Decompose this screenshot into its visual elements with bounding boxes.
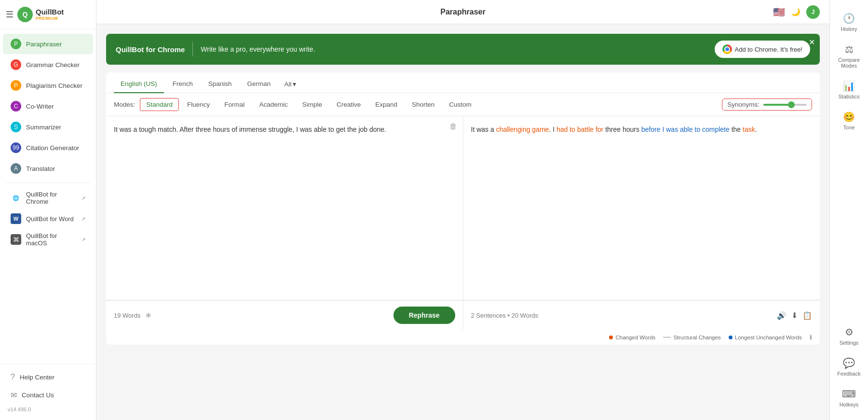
legend-changed-words: Changed Words [609, 335, 655, 340]
right-panel-tone[interactable]: 😊 Tone [833, 106, 866, 135]
lang-tab-spanish[interactable]: Spanish [202, 77, 239, 93]
macos-ext-icon: ⌘ [11, 234, 21, 245]
editor-area: 🗑 It was a tough match. After three hour… [106, 116, 820, 300]
compare-label: Compare Modes [836, 57, 863, 69]
sidebar-item-grammar[interactable]: G Grammar Checker [3, 55, 93, 75]
banner-close-button[interactable]: ✕ [809, 38, 815, 47]
mode-tab-academic[interactable]: Academic [253, 98, 294, 111]
clear-input-button[interactable]: 🗑 [449, 122, 457, 131]
sidebar: ☰ Q QuillBot PREMIUM P Paraphraser G Gra… [0, 0, 96, 420]
version-text: v14.496.0 [0, 405, 96, 414]
mode-tab-shorten[interactable]: Shorten [406, 98, 441, 111]
output-segment-unchanged-7[interactable]: before I was able to complete [641, 126, 730, 133]
lang-tab-all[interactable]: All ▾ [279, 77, 301, 93]
history-label: History [841, 26, 857, 32]
sidebar-item-paraphraser[interactable]: P Paraphraser [3, 34, 93, 54]
right-panel-feedback[interactable]: 💬 Feedback [833, 352, 866, 381]
sidebar-item-translator[interactable]: A Translator [3, 158, 93, 179]
mode-tab-simple[interactable]: Simple [296, 98, 328, 111]
hamburger-menu-icon[interactable]: ☰ [6, 9, 14, 20]
output-segment-changed-9[interactable]: task [743, 126, 755, 133]
help-icon: ? [11, 373, 15, 381]
lang-tab-german[interactable]: German [241, 77, 278, 93]
top-bar-right: 🇺🇸 🌙 J [773, 5, 820, 19]
statistics-icon: 📊 [843, 80, 855, 92]
right-panel-compare[interactable]: ⚖ Compare Modes [833, 39, 866, 73]
mode-tab-fluency[interactable]: Fluency [181, 98, 216, 111]
logo-premium-badge: PREMIUM [36, 16, 64, 21]
right-panel: 🕐 History ⚖ Compare Modes 📊 Statistics 😊… [829, 0, 868, 420]
editor-bottom-area: 19 Words ✳ Rephrase 2 Sentences • 20 Wor… [106, 300, 820, 330]
external-link-icon: ↗ [81, 196, 85, 201]
banner-description: Write like a pro, everywhere you write. [201, 45, 706, 53]
sidebar-item-plagiarism[interactable]: P Plagiarism Checker [3, 75, 93, 96]
output-segment-0: It was a [471, 126, 496, 133]
sidebar-item-cowriter[interactable]: C Co-Writer [3, 96, 93, 116]
sidebar-item-plagiarism-label: Plagiarism Checker [26, 82, 82, 89]
statistics-label: Statistics [838, 94, 859, 99]
mode-tab-standard[interactable]: Standard [140, 98, 179, 111]
main-content: Paraphraser 🇺🇸 🌙 J QuillBot for Chrome W… [96, 0, 829, 420]
input-bottom-bar: 19 Words ✳ Rephrase [106, 300, 463, 330]
input-pane: 🗑 It was a tough match. After three hour… [106, 116, 463, 300]
sidebar-item-citation[interactable]: 99 Citation Generator [3, 138, 93, 158]
sidebar-item-macos[interactable]: ⌘ QuillBot for macOS ↗ [3, 228, 93, 251]
mode-tab-expand[interactable]: Expand [369, 98, 404, 111]
legend-structural-line [663, 337, 671, 337]
lang-tab-english-us[interactable]: English (US) [114, 77, 164, 93]
right-panel-history[interactable]: 🕐 History [833, 8, 866, 37]
lang-tab-french[interactable]: French [166, 77, 200, 93]
synonyms-label: Synonyms: [727, 101, 760, 108]
legend-unchanged-dot [729, 336, 732, 339]
cowriter-icon: C [11, 101, 21, 112]
mode-tab-custom[interactable]: Custom [443, 98, 478, 111]
output-segment-changed-5[interactable]: battle for [577, 126, 603, 133]
listen-button[interactable]: 🔊 [777, 311, 787, 320]
logo-text: QuillBot [36, 8, 64, 16]
right-panel-hotkeys[interactable]: ⌨ Hotkeys [833, 383, 866, 412]
sidebar-item-word[interactable]: W QuillBot for Word ↗ [3, 210, 93, 228]
feedback-icon: 💬 [843, 357, 855, 369]
copy-button[interactable]: 📋 [802, 311, 812, 320]
input-textarea[interactable]: It was a tough match. After three hours … [114, 124, 455, 269]
sidebar-header: ☰ Q QuillBot PREMIUM [0, 0, 96, 29]
sidebar-divider [6, 182, 90, 183]
settings-label: Settings [840, 340, 859, 346]
dark-mode-toggle[interactable]: 🌙 [791, 7, 800, 16]
ai-icon[interactable]: ✳ [145, 311, 151, 320]
right-panel-settings[interactable]: ⚙ Settings [833, 322, 866, 350]
output-segment-10: . [755, 126, 757, 133]
sidebar-item-cowriter-label: Co-Writer [26, 103, 54, 110]
sidebar-item-help[interactable]: ? Help Center [3, 368, 93, 386]
download-button[interactable]: ⬇ [791, 311, 798, 320]
banner-divider [192, 42, 193, 56]
add-to-chrome-button[interactable]: Add to Chrome. It's free! [715, 41, 811, 58]
rephrase-button[interactable]: Rephrase [393, 307, 455, 324]
logo-text-area: QuillBot PREMIUM [36, 8, 64, 21]
output-segment-changed-1[interactable]: challenging game [496, 126, 549, 133]
right-panel-statistics[interactable]: 📊 Statistics [833, 75, 866, 104]
editor-card: English (US) French Spanish German All ▾… [106, 72, 820, 345]
legend-info-icon[interactable]: ℹ [810, 334, 812, 341]
avatar: J [806, 5, 820, 19]
sidebar-item-contact[interactable]: ✉ Contact Us [3, 386, 93, 404]
mode-tab-creative[interactable]: Creative [330, 98, 367, 111]
mode-tab-formal[interactable]: Formal [218, 98, 251, 111]
translator-icon: A [11, 163, 21, 174]
word-ext-icon: W [11, 213, 21, 224]
sidebar-item-summarizer[interactable]: S Summarizer [3, 117, 93, 137]
synonyms-section: Synonyms: [722, 98, 812, 111]
chrome-banner: QuillBot for Chrome Write like a pro, ev… [106, 34, 820, 65]
output-segment-changed-3[interactable]: had to [556, 126, 575, 133]
synonyms-slider[interactable] [763, 104, 807, 106]
output-bottom-bar: 2 Sentences • 20 Words 🔊 ⬇ 📋 [463, 300, 820, 330]
sidebar-item-contact-label: Contact Us [22, 392, 54, 399]
chevron-down-icon: ▾ [293, 80, 296, 88]
paraphraser-icon: P [11, 39, 21, 49]
output-pane: It was a challenging game. I had to batt… [463, 116, 820, 300]
hotkeys-label: Hotkeys [840, 402, 859, 407]
logo-icon: Q [17, 7, 33, 22]
legend-changed-dot [609, 336, 613, 339]
sidebar-item-chrome[interactable]: 🌐 QuillBot for Chrome ↗ [3, 187, 93, 209]
tone-icon: 😊 [843, 111, 855, 123]
